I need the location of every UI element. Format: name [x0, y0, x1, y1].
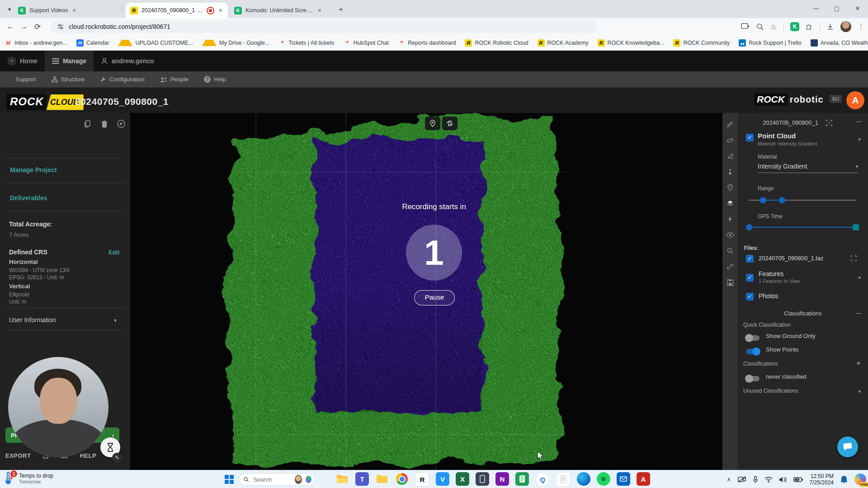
tab-close-icon[interactable]: × — [218, 7, 223, 14]
tab-close-icon[interactable]: × — [317, 7, 322, 14]
layers-tool[interactable] — [725, 198, 735, 208]
visibility-tool[interactable] — [725, 230, 735, 240]
nav-help[interactable]: ?Help — [204, 76, 226, 83]
map-view-button[interactable] — [425, 117, 440, 130]
new-tab-button[interactable]: + — [335, 5, 346, 15]
text-document-icon[interactable] — [556, 472, 571, 487]
chat-support-button[interactable] — [837, 436, 858, 457]
chevron-down-icon[interactable]: ▾ — [114, 317, 117, 324]
back-button[interactable]: ← — [4, 22, 17, 31]
nav-people[interactable]: People — [160, 76, 189, 83]
bookmark-star-icon[interactable]: ☆ — [770, 22, 777, 32]
features-checkbox[interactable]: ✓ — [746, 274, 754, 282]
tray-chevron-up-icon[interactable]: ∧ — [727, 476, 731, 483]
nav-configuration[interactable]: Configuration — [100, 76, 144, 83]
tab-close-icon[interactable]: × — [71, 7, 77, 14]
onenote-icon[interactable]: N — [495, 472, 509, 486]
microphone-icon[interactable] — [753, 476, 758, 483]
point-cloud-checkbox[interactable]: ✓ — [746, 134, 754, 141]
zoom-icon[interactable] — [756, 23, 764, 31]
user-information-section[interactable]: User Information — [9, 316, 56, 324]
lightning-tool[interactable] — [725, 214, 735, 224]
close-button[interactable]: ✕ — [847, 0, 868, 18]
rock-cloud-logo[interactable]: ROCKCLOUD — [6, 94, 84, 110]
manage-project-link[interactable]: Manage Project — [10, 166, 57, 174]
screen-share-icon[interactable] — [741, 23, 750, 30]
minimize-button[interactable]: — — [806, 0, 826, 18]
panel-minimize-icon[interactable]: — — [855, 117, 862, 125]
compass-icon[interactable] — [117, 119, 126, 128]
bookmark-calendar[interactable]: Calendar — [76, 39, 109, 47]
manage-button[interactable]: Manage — [45, 51, 94, 71]
account-avatar[interactable]: A — [846, 91, 864, 109]
delete-trash-icon[interactable] — [100, 119, 108, 128]
angle-tool[interactable] — [725, 151, 735, 161]
point-cloud-viewer[interactable]: Recording starts in 1 Pause — [130, 113, 722, 470]
range-handle-low[interactable] — [760, 197, 766, 203]
gps-handle-start[interactable] — [746, 224, 752, 230]
link-tool[interactable] — [725, 262, 735, 272]
never-classified-toggle[interactable] — [746, 376, 760, 381]
bookmark-rock-community[interactable]: ROCK Community — [673, 39, 730, 47]
range-handle-high[interactable] — [779, 197, 785, 203]
bookmark-weather[interactable]: Arvada, CO Weather... — [811, 39, 868, 47]
show-ground-only-toggle[interactable] — [746, 335, 760, 341]
range-slider[interactable] — [749, 200, 856, 201]
browser-tab-support-videos[interactable]: Support Videos × — [14, 3, 120, 18]
speaker-icon[interactable] — [779, 476, 787, 483]
nav-support[interactable]: Support — [15, 76, 36, 83]
folder-icon[interactable] — [375, 472, 389, 486]
edit-pen-button[interactable]: ✎ — [112, 453, 122, 463]
notepad-icon[interactable] — [515, 472, 529, 486]
acrobat-icon[interactable]: A — [637, 472, 650, 486]
q-app-icon[interactable]: Q — [535, 472, 550, 487]
site-settings-icon[interactable] — [57, 23, 64, 30]
wifi-icon[interactable] — [764, 476, 773, 483]
edge-icon[interactable] — [577, 472, 590, 486]
bookmark-rock-knowledgebase[interactable]: ROCK Knowledgeba... — [598, 39, 665, 47]
bookmark-rock-cloud[interactable]: ROCK Robotic Cloud — [465, 39, 528, 47]
search-area-tool[interactable] — [725, 246, 735, 256]
file-checkbox[interactable]: ✓ — [746, 255, 754, 263]
battery-icon[interactable] — [793, 477, 803, 483]
profile-avatar[interactable] — [840, 21, 851, 32]
measure-tool[interactable] — [725, 135, 735, 145]
chevron-icon[interactable]: ▴ — [858, 274, 861, 280]
bookmark-trello[interactable]: Rock Support | Trello — [739, 39, 802, 47]
export-button[interactable]: EXPORT — [5, 452, 31, 459]
maximize-button[interactable]: ▢ — [826, 0, 847, 18]
copy-icon[interactable] — [83, 119, 92, 128]
home-button[interactable]: ‹ Home — [0, 51, 45, 71]
photos-checkbox[interactable]: ✓ — [746, 293, 754, 300]
pencil-tool[interactable] — [725, 119, 735, 129]
outlook-icon[interactable] — [617, 472, 630, 486]
show-points-toggle[interactable] — [746, 349, 760, 354]
chrome-icon[interactable] — [395, 472, 409, 486]
vscode-icon[interactable]: V — [436, 472, 449, 486]
browser-tab-komodo[interactable]: Komodo: Unlimited Screen Rec × — [230, 3, 334, 18]
teams-icon[interactable]: T — [355, 472, 369, 486]
gps-handle-end[interactable] — [853, 224, 859, 230]
rock-desktop-icon[interactable]: R — [415, 472, 429, 487]
tab-search-icon[interactable]: ▾ — [5, 5, 14, 14]
start-button[interactable] — [222, 473, 236, 486]
copilot-icon[interactable]: PRE — [854, 474, 866, 485]
weather-widget[interactable]: 1 Temps to drop Tomorrow — [4, 472, 53, 485]
orbit-3d-button[interactable] — [442, 117, 458, 130]
bookmark-reports[interactable]: Reports dashboard — [398, 39, 456, 47]
classifications-minimize-icon[interactable]: — — [855, 309, 862, 316]
bookmark-my-drive[interactable]: My Drive - Google... — [202, 40, 269, 46]
gps-time-slider[interactable] — [749, 227, 856, 228]
bookmark-upload[interactable]: UPLOAD CUSTOME... — [118, 40, 193, 46]
bookmark-tickets[interactable]: Tickets | All tickets — [278, 39, 334, 47]
deliverables-link[interactable]: Deliverables — [10, 194, 47, 202]
taskbar-clock[interactable]: 12:50 PM 7/25/2024 — [810, 473, 834, 486]
search-input[interactable] — [252, 476, 291, 483]
phone-link-icon[interactable] — [476, 472, 489, 486]
address-bar[interactable]: cloud.rockrobotic.com/project/80671 — [51, 20, 597, 33]
material-select[interactable]: Intensity Gradient ▾ — [758, 163, 858, 173]
save-tool[interactable] — [725, 277, 735, 287]
excel-icon[interactable]: X — [456, 472, 469, 486]
nav-structure[interactable]: Structure — [52, 76, 85, 83]
add-classification-icon[interactable]: + — [856, 359, 861, 368]
